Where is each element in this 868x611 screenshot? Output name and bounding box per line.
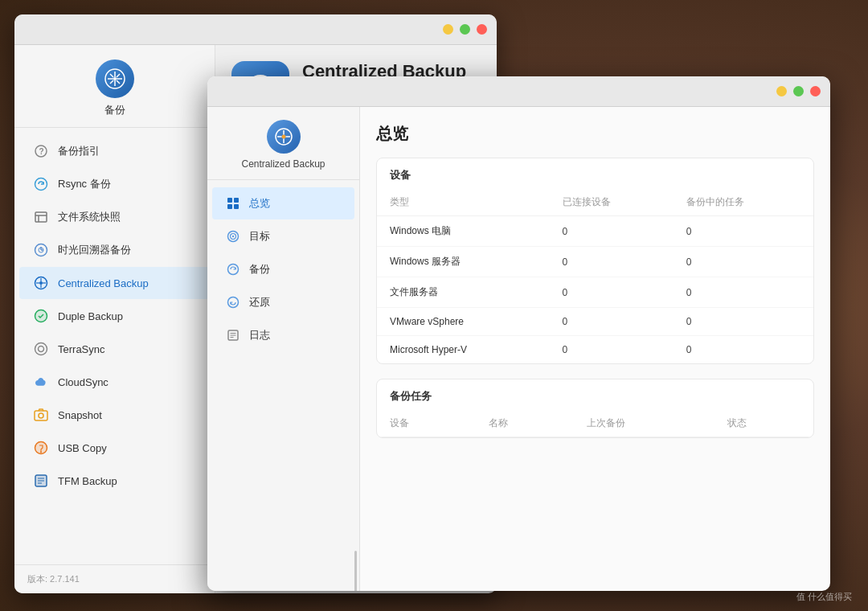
svg-line-7 [117,80,120,84]
svg-point-28 [35,343,47,355]
rsync-icon [32,175,50,193]
secondary-nav: 总览 目标 [207,180,359,559]
secondary-main-content: 总览 设备 类型 已连接设备 备份中的任务 Windows 电脑 0 0 [360,107,830,591]
version-info: 版本: 2.7.141 [14,564,215,593]
devices-table: 类型 已连接设备 备份中的任务 Windows 电脑 0 0 Windows 服… [377,189,813,363]
devices-table-row: 文件服务器 0 0 [377,277,813,308]
svg-line-9 [110,80,113,84]
sidebar-item-terrasync[interactable]: TerraSync [19,333,210,365]
close-button[interactable]: ✕ [477,24,487,35]
overview-icon [225,195,241,211]
nav-item-logs[interactable]: 日志 [212,319,354,351]
sidebar-main-icon [96,59,134,98]
secondary-titlebar: － ＋ ✕ [207,76,830,107]
guide-icon: ? [32,142,50,160]
device-type: Windows 服务器 [377,247,550,277]
overview-title: 总览 [376,123,814,145]
sidebar-item-centralized[interactable]: Centralized Backup [19,267,210,299]
connected-count: 0 [550,247,674,277]
filesystem-icon [32,208,50,226]
sidebar-header: 备份 [14,45,215,128]
col-tasks: 备份中的任务 [674,189,813,216]
sidebar-item-duple[interactable]: Duple Backup [19,300,210,332]
terrasync-icon [32,340,50,358]
devices-table-row: Microsoft Hyper-V 0 0 [377,336,813,364]
col-type: 类型 [377,189,550,216]
scrollbar[interactable] [354,551,357,591]
timemachine-icon [32,241,50,259]
svg-point-72 [228,297,239,308]
connected-count: 0 [550,216,674,247]
svg-point-1 [113,77,117,80]
secondary-sidebar-title: Centralized Backup [241,158,325,170]
devices-table-row: Windows 电脑 0 0 [377,216,813,247]
centralized-icon [32,274,50,292]
svg-rect-30 [35,411,47,420]
svg-point-29 [39,347,44,352]
device-type: 文件服务器 [377,277,550,308]
sidebar-item-guide[interactable]: ? 备份指引 [19,135,210,167]
sidebar: 备份 ? 备份指引 [14,45,215,593]
devices-table-row: VMware vSphere 0 0 [377,308,813,336]
logs-icon [225,327,241,343]
backup-tasks-table: 设备 名称 上次备份 状态 [377,410,813,437]
cloudsync-icon [32,373,50,391]
sidebar-item-filesystem[interactable]: 文件系统快照 [19,201,210,233]
duple-icon [32,307,50,325]
secondary-close-button[interactable]: ✕ [810,86,821,96]
svg-point-59 [281,135,285,139]
svg-point-31 [39,413,43,418]
devices-table-header-row: 类型 已连接设备 备份中的任务 [377,189,813,216]
svg-line-8 [117,74,120,77]
tasks-count: 0 [674,277,813,308]
secondary-minimize-button[interactable]: － [776,86,787,96]
svg-point-71 [228,264,239,275]
maximize-button[interactable]: ＋ [460,24,470,35]
sidebar-item-cloudsync[interactable]: CloudSync [19,366,210,398]
nav-item-restore[interactable]: 还原 [212,286,354,318]
svg-rect-13 [35,212,47,222]
device-type: VMware vSphere [377,308,550,336]
devices-table-row: Windows 服务器 0 0 [377,247,813,277]
connected-count: 0 [550,336,674,364]
scrollbar-area [207,559,359,591]
col-status: 状态 [714,410,813,437]
secondary-sidebar: Centralized Backup 总览 [207,107,360,591]
backup-tasks-card: 备份任务 设备 名称 上次备份 状态 [376,379,814,438]
sidebar-item-tfmbackup[interactable]: TFM Backup [19,465,210,497]
minimize-button[interactable]: － [443,24,453,35]
secondary-maximize-button[interactable]: ＋ [793,86,804,96]
col-device: 设备 [377,410,476,437]
backup-icon [225,261,241,277]
svg-line-6 [110,74,113,77]
svg-rect-64 [227,198,232,203]
nav-item-backup[interactable]: 备份 [212,253,354,285]
nav-item-overview[interactable]: 总览 [212,187,354,219]
sidebar-item-timemachine[interactable]: 时光回溯器备份 [19,234,210,266]
sidebar-item-rsync[interactable]: Rsync 备份 [19,168,210,200]
secondary-sidebar-header: Centralized Backup [207,107,359,180]
svg-point-34 [40,452,42,453]
col-connected: 已连接设备 [550,189,674,216]
sidebar-item-snapshot[interactable]: Snapshot [19,399,210,431]
svg-point-21 [39,281,43,285]
col-last-backup: 上次备份 [574,410,714,437]
svg-rect-67 [234,204,239,209]
usbcopy-icon [32,439,50,457]
snapshot-icon [32,406,50,424]
secondary-window: － ＋ ✕ Centralized Backup [207,76,830,591]
svg-rect-66 [227,204,232,209]
sidebar-title: 备份 [104,103,125,117]
secondary-app-icon [267,120,301,154]
sidebar-item-usbcopy[interactable]: USB Copy [19,432,210,464]
devices-card-header: 设备 [377,158,813,189]
device-type: Windows 电脑 [377,216,550,247]
tasks-count: 0 [674,216,813,247]
tasks-count: 0 [674,247,813,277]
nav-item-target[interactable]: 目标 [212,220,354,252]
connected-count: 0 [550,308,674,336]
sidebar-nav: ? 备份指引 Rsync 备份 [14,128,215,564]
watermark: 值 什么值得买 [796,591,852,603]
device-type: Microsoft Hyper-V [377,336,550,364]
tasks-count: 0 [674,308,813,336]
